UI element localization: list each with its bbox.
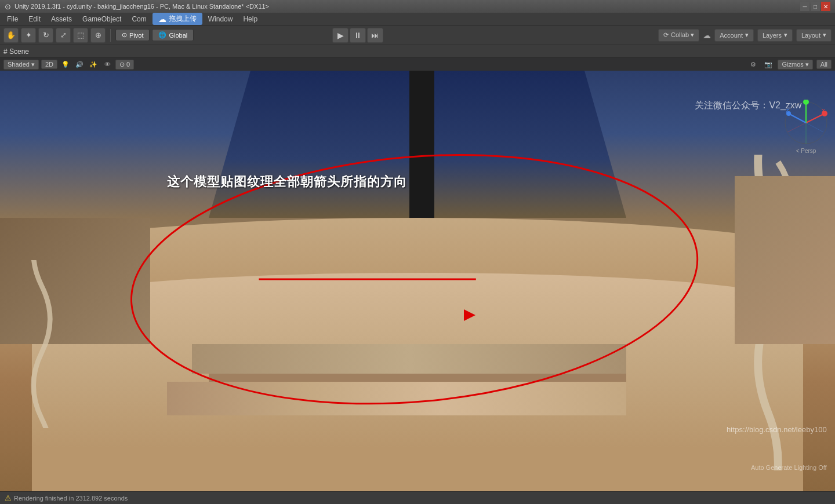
scene-toolbar: Shaded ▾ 2D 💡 🔊 ✨ 👁 ⊙ 0 ⚙ 📷 Gizmos ▾ All (0, 58, 835, 71)
counter-value: 0 (126, 61, 130, 68)
unity-logo-icon: ⊙ (5, 2, 11, 11)
global-toggle-group: 🌐 Global (152, 29, 194, 41)
menu-help[interactable]: Help (238, 14, 262, 24)
layout-dropdown-icon: ▾ (823, 31, 826, 39)
all-label: All (821, 61, 827, 68)
collab-button[interactable]: ⟳ Collab ▾ (658, 29, 699, 42)
collab-icon: ⟳ (663, 31, 669, 39)
status-bar: ⚠ Rendering finished in 2312.892 seconds (0, 491, 835, 504)
menu-assets[interactable]: Assets (46, 14, 77, 24)
floor-board-2 (209, 374, 626, 382)
menu-window[interactable]: Window (204, 14, 238, 24)
menu-component[interactable]: Com (127, 14, 151, 24)
tool-scale[interactable]: ⤢ (56, 28, 71, 43)
collab-label: Collab ▾ (671, 31, 694, 39)
gizmos-button[interactable]: Gizmos ▾ (778, 60, 812, 70)
layout-button[interactable]: Layout ▾ (796, 29, 832, 42)
scene-light-icon[interactable]: 💡 (60, 59, 71, 70)
scene-right-controls: ⚙ 📷 Gizmos ▾ All (747, 59, 832, 70)
pause-button[interactable]: ⏸ (350, 28, 366, 43)
scene-settings-icon[interactable]: ⚙ (747, 59, 759, 70)
pivot-toggle-group: ⊙ Pivot (115, 29, 150, 41)
pivot-label: Pivot (129, 32, 143, 39)
menu-edit[interactable]: Edit (24, 14, 45, 24)
shading-mode-dropdown[interactable]: Shaded ▾ (3, 60, 39, 70)
menu-file[interactable]: File (2, 14, 23, 24)
account-dropdown-icon: ▾ (745, 31, 749, 39)
maximize-button[interactable]: □ (811, 2, 820, 11)
layout-label: Layout (801, 32, 821, 39)
global-button[interactable]: 🌐 Global (153, 30, 193, 41)
status-icon: ⚠ (5, 494, 12, 502)
scene-counter[interactable]: ⊙ 0 (115, 60, 134, 70)
scene-camera-icon[interactable]: 📷 (763, 59, 774, 70)
scene-effects-icon[interactable]: ✨ (88, 59, 99, 70)
shading-dropdown-icon: ▾ (31, 61, 35, 68)
scene-hidden-icon[interactable]: 👁 (101, 59, 113, 70)
toolbar: ✋ ✦ ↻ ⤢ ⬚ ⊕ ⊙ Pivot 🌐 Global ▶ ⏸ ⏭ ⟳ Col… (0, 25, 835, 45)
close-button[interactable]: ✕ (821, 2, 830, 11)
cloud-icon[interactable]: ☁ (703, 31, 711, 40)
floor-board-3 (192, 344, 626, 374)
all-button[interactable]: All (816, 60, 832, 69)
scene-header: # Scene (0, 45, 835, 58)
layers-dropdown-icon: ▾ (784, 31, 787, 39)
block-right (735, 176, 835, 344)
tool-multi[interactable]: ⊕ (90, 28, 106, 43)
gizmos-dropdown-icon: ▾ (805, 61, 809, 68)
account-label: Account (720, 32, 743, 39)
step-button[interactable]: ⏭ (367, 28, 383, 43)
play-controls: ▶ ⏸ ⏭ (332, 28, 383, 43)
minimize-button[interactable]: ─ (800, 2, 809, 11)
title-bar-left: ⊙ Unity 2019.1.3f1 - cyd.unity - baking_… (5, 2, 269, 11)
floor-board-1 (167, 382, 626, 415)
pivot-icon: ⊙ (122, 31, 127, 39)
gizmos-label: Gizmos (782, 61, 803, 68)
counter-icon: ⊙ (119, 61, 125, 68)
tool-rect[interactable]: ⬚ (73, 28, 88, 43)
account-button[interactable]: Account ▾ (714, 29, 754, 42)
view-2d-button[interactable]: 2D (41, 60, 57, 69)
title-bar: ⊙ Unity 2019.1.3f1 - cyd.unity - baking_… (0, 0, 835, 13)
play-button[interactable]: ▶ (332, 28, 348, 43)
scene-audio-icon[interactable]: 🔊 (74, 59, 85, 70)
window-title: Unity 2019.1.3f1 - cyd.unity - baking_ji… (14, 3, 269, 10)
layers-button[interactable]: Layers ▾ (757, 29, 793, 42)
vine-left (17, 260, 67, 428)
tool-hand[interactable]: ✋ (3, 28, 19, 43)
shading-mode-label: Shaded (8, 61, 30, 68)
upload-icon: ☁ (158, 14, 166, 24)
scene-canvas: 这个模型贴图纹理全部朝箭头所指的方向 关注微信公众号：V2_zxw https:… (0, 71, 835, 491)
separator-1 (110, 29, 111, 42)
tool-rotate[interactable]: ↻ (38, 28, 53, 43)
tool-move[interactable]: ✦ (21, 28, 36, 43)
global-label: Global (169, 32, 187, 39)
scene-tab[interactable]: # Scene (3, 48, 29, 56)
right-toolbar: ⟳ Collab ▾ ☁ Account ▾ Layers ▾ Layout ▾ (658, 29, 832, 42)
pivot-button[interactable]: ⊙ Pivot (116, 30, 149, 41)
scene-background (0, 71, 835, 491)
layers-label: Layers (763, 32, 782, 39)
menu-upload[interactable]: ☁ 拖拽上传 (153, 13, 202, 25)
upload-label: 拖拽上传 (169, 14, 197, 24)
status-message: Rendering finished in 2312.892 seconds (14, 495, 128, 502)
menu-bar: File Edit Assets GameObject Com ☁ 拖拽上传 W… (0, 13, 835, 25)
title-bar-controls[interactable]: ─ □ ✕ (800, 2, 830, 11)
menu-gameobject[interactable]: GameObject (78, 14, 126, 24)
scene-area: Shaded ▾ 2D 💡 🔊 ✨ 👁 ⊙ 0 ⚙ 📷 Gizmos ▾ All (0, 58, 835, 491)
2d-label: 2D (45, 61, 53, 68)
globe-icon: 🌐 (158, 31, 166, 39)
